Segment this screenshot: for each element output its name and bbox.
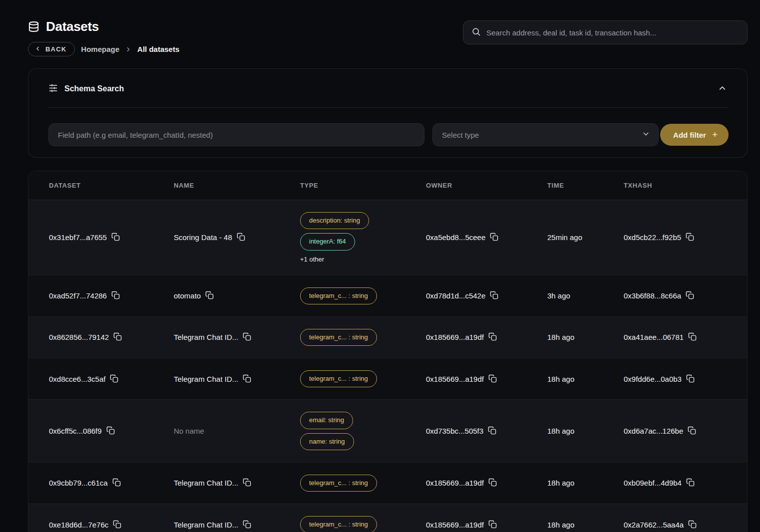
dataset-name: otomato (174, 291, 201, 300)
breadcrumb-all-datasets: All datasets (137, 45, 179, 53)
type-select[interactable]: Select type (432, 123, 659, 146)
name-copy-icon[interactable] (243, 520, 251, 529)
time-ago: 3h ago (547, 291, 624, 300)
table-body: 0x31ebf7...a7655 Scoring Data - 48 descr… (28, 200, 747, 532)
dataset-id: 0xd8cce6...3c5af (49, 375, 105, 383)
name-copy-icon[interactable] (243, 374, 251, 383)
time-ago: 18h ago (547, 479, 624, 487)
dataset-name: Telegram Chat ID... (174, 479, 238, 487)
dataset-id: 0x9cbb79...c61ca (49, 479, 108, 487)
copy-icon[interactable] (111, 291, 120, 299)
dataset-id: 0x6cff5c...086f9 (49, 427, 102, 435)
txhash-copy-icon[interactable] (686, 374, 695, 383)
global-search[interactable] (463, 20, 748, 44)
type-cell: telegram_c... : string (300, 516, 426, 532)
txhash-copy-icon[interactable] (688, 520, 697, 529)
add-filter-label: Add filter (673, 131, 706, 139)
table-row[interactable]: 0xe18d6d...7e76c Telegram Chat ID... tel… (28, 504, 747, 532)
txhash: 0xa41aee...06781 (624, 333, 684, 341)
type-badge: description: string (300, 212, 369, 229)
owner-copy-icon[interactable] (488, 520, 497, 529)
owner-address: 0x185669...a19df (426, 333, 484, 341)
owner-copy-icon[interactable] (490, 233, 498, 241)
breadcrumb-homepage[interactable]: Homepage (81, 45, 119, 53)
schema-search-panel: Schema Search Select type Add filter + (28, 68, 748, 158)
type-cell: email: stringname: string (300, 412, 426, 450)
owner-copy-icon[interactable] (488, 478, 497, 487)
table-row[interactable]: 0x9cbb79...c61ca Telegram Chat ID... tel… (28, 462, 747, 504)
txhash-copy-icon[interactable] (686, 478, 695, 487)
txhash-cell: 0xd6a7ac...126be (624, 427, 747, 435)
txhash: 0x3b6f88...8c66a (624, 291, 681, 300)
name-copy-icon[interactable] (243, 332, 251, 341)
dataset-cell: 0xd8cce6...3c5af (49, 375, 174, 383)
copy-icon[interactable] (113, 520, 121, 529)
table-row[interactable]: 0xad52f7...74286 otomato telegram_c... :… (28, 275, 747, 316)
copy-icon[interactable] (110, 374, 118, 383)
column-header-dataset: DATASET (49, 182, 174, 189)
copy-icon[interactable] (112, 478, 121, 487)
txhash: 0x2a7662...5aa4a (624, 521, 684, 529)
table-row[interactable]: 0x862856...79142 Telegram Chat ID... tel… (28, 316, 747, 358)
txhash-cell: 0xa41aee...06781 (624, 333, 747, 341)
dataset-cell: 0xad52f7...74286 (49, 291, 174, 300)
dataset-cell: 0x31ebf7...a7655 (49, 233, 174, 242)
plus-icon: + (712, 130, 718, 139)
txhash-copy-icon[interactable] (686, 291, 694, 299)
type-cell: description: stringintegerA: f64+1 other (300, 212, 426, 263)
schema-search-header: Schema Search (28, 69, 747, 107)
dataset-cell: 0x862856...79142 (49, 333, 174, 341)
copy-icon[interactable] (106, 426, 115, 435)
txhash-copy-icon[interactable] (688, 426, 696, 435)
add-filter-button[interactable]: Add filter + (660, 124, 729, 146)
back-button[interactable]: BACK (28, 42, 75, 56)
table-row[interactable]: 0xd8cce6...3c5af Telegram Chat ID... tel… (28, 358, 747, 399)
owner-address: 0x185669...a19df (426, 375, 484, 383)
owner-address: 0xd735bc...505f3 (426, 427, 483, 435)
type-badge: telegram_c... : string (300, 516, 377, 532)
page-title: Datasets (46, 19, 99, 34)
table-row[interactable]: 0x31ebf7...a7655 Scoring Data - 48 descr… (28, 200, 747, 275)
type-badge: email: string (300, 412, 353, 429)
dataset-id: 0xad52f7...74286 (49, 291, 107, 300)
column-header-name: NAME (174, 182, 300, 189)
txhash-copy-icon[interactable] (686, 233, 694, 241)
type-badge: telegram_c... : string (300, 329, 377, 346)
copy-icon[interactable] (111, 233, 120, 241)
owner-address: 0xa5ebd8...5ceee (426, 233, 485, 242)
back-button-label: BACK (45, 45, 66, 53)
table-row[interactable]: 0x6cff5c...086f9 No name email: stringna… (28, 399, 747, 462)
dataset-name: Telegram Chat ID... (174, 521, 238, 529)
owner-cell: 0x185669...a19df (426, 479, 547, 487)
name-cell: otomato (174, 291, 300, 300)
dataset-name: Telegram Chat ID... (174, 333, 238, 341)
owner-copy-icon[interactable] (490, 291, 498, 299)
owner-copy-icon[interactable] (488, 374, 497, 383)
type-badge: telegram_c... : string (300, 370, 377, 387)
owner-copy-icon[interactable] (488, 332, 497, 341)
chevron-right-icon (125, 46, 132, 53)
txhash-copy-icon[interactable] (688, 332, 697, 341)
name-copy-icon[interactable] (205, 291, 214, 299)
page-header: Datasets BACK Homepage All datasets (28, 0, 748, 56)
txhash-cell: 0xb09ebf...4d9b4 (624, 479, 747, 487)
name-copy-icon[interactable] (243, 478, 251, 487)
field-path-input[interactable] (48, 123, 424, 146)
txhash: 0xd5cb22...f92b5 (624, 233, 681, 242)
type-cell: telegram_c... : string (300, 475, 426, 492)
owner-copy-icon[interactable] (488, 426, 496, 435)
dataset-name: Telegram Chat ID... (174, 375, 238, 383)
owner-address: 0x185669...a19df (426, 521, 484, 529)
dataset-id: 0x31ebf7...a7655 (49, 233, 107, 242)
copy-icon[interactable] (113, 332, 122, 341)
column-header-time: TIME (547, 182, 624, 189)
name-cell: No name (174, 427, 300, 435)
column-header-owner: OWNER (426, 182, 547, 189)
dataset-id: 0xe18d6d...7e76c (49, 521, 108, 529)
search-input[interactable] (486, 28, 739, 37)
name-copy-icon[interactable] (237, 233, 245, 241)
chevron-up-icon (718, 83, 727, 94)
schema-search-controls: Select type Add filter + (28, 108, 747, 157)
dataset-cell: 0x6cff5c...086f9 (49, 427, 174, 435)
collapse-panel-button[interactable] (716, 81, 729, 96)
